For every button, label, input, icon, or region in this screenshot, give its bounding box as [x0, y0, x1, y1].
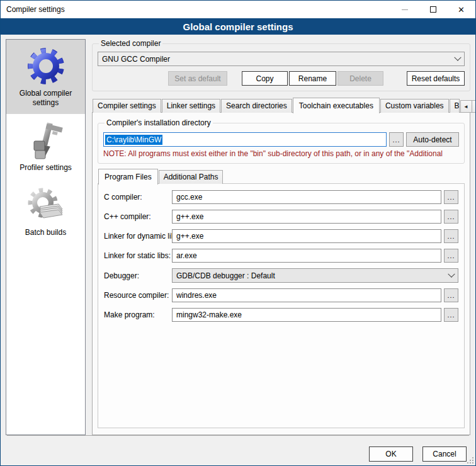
resource-compiler-label: Resource compiler:	[104, 291, 172, 300]
static-linker-row: Linker for static libs: ...	[104, 249, 458, 263]
window-controls: ✕	[390, 1, 475, 18]
make-program-label: Make program:	[104, 310, 172, 319]
cpp-compiler-row: C++ compiler: ...	[104, 210, 458, 224]
debugger-select[interactable]: GDB/CDB debugger : Default	[172, 268, 458, 283]
minimize-button[interactable]	[390, 1, 419, 18]
installation-directory-label: Compiler's installation directory	[105, 118, 213, 127]
tab-program-files[interactable]: Program Files	[98, 169, 158, 185]
cancel-button[interactable]: Cancel	[422, 446, 467, 462]
compiler-settings-dialog: Compiler settings ✕ Global compiler sett…	[0, 0, 476, 466]
set-as-default-button[interactable]: Set as default	[168, 71, 227, 86]
make-program-input[interactable]	[172, 308, 441, 322]
cpp-compiler-browse-button[interactable]: ...	[444, 210, 458, 224]
settings-tab-bar: Compiler settings Linker settings Search…	[92, 98, 470, 113]
tab-toolchain-executables[interactable]: Toolchain executables	[293, 98, 380, 113]
program-files-panel: C compiler: ... C++ compiler: ... Linker…	[98, 183, 465, 428]
tab-compiler-settings[interactable]: Compiler settings	[93, 99, 161, 113]
title-bar: Compiler settings ✕	[1, 1, 475, 18]
selected-compiler-label: Selected compiler	[99, 39, 162, 48]
installation-directory-input[interactable]: C:\raylib\MinGW	[103, 132, 387, 147]
cpp-compiler-label: C++ compiler:	[104, 212, 172, 221]
caliper-icon	[26, 120, 66, 161]
minimize-icon	[402, 9, 408, 10]
installation-directory-browse-button[interactable]: ...	[389, 132, 404, 147]
chevron-down-icon	[454, 54, 461, 60]
c-compiler-row: C compiler: ...	[104, 190, 458, 204]
sidebar-item-profiler-settings[interactable]: Profiler settings	[6, 114, 85, 179]
settings-category-list: Global compiler settings	[6, 39, 86, 435]
sidebar-item-batch-builds[interactable]: Batch builds	[6, 179, 85, 244]
maximize-button[interactable]	[419, 1, 447, 18]
dialog-banner: Global compiler settings	[1, 18, 475, 35]
maximize-icon	[430, 6, 436, 13]
sidebar-item-label: Global compiler settings	[8, 89, 84, 108]
tab-additional-paths[interactable]: Additional Paths	[159, 170, 224, 184]
dialog-footer: OK Cancel	[1, 435, 475, 465]
make-program-row: Make program: ...	[104, 308, 458, 322]
dynamic-linker-input[interactable]	[172, 229, 441, 243]
tab-custom-variables[interactable]: Custom variables	[380, 99, 449, 113]
blue-gear-icon	[26, 46, 66, 86]
resource-compiler-row: Resource compiler: ...	[104, 288, 458, 302]
c-compiler-input[interactable]	[172, 190, 441, 204]
tab-search-directories[interactable]: Search directories	[221, 99, 292, 113]
chevron-down-icon	[448, 270, 455, 277]
resource-compiler-input[interactable]	[172, 288, 441, 302]
sidebar-item-global-compiler-settings[interactable]: Global compiler settings	[6, 40, 85, 114]
gray-gear-stack-icon	[26, 185, 66, 225]
make-program-browse-button[interactable]: ...	[444, 308, 458, 322]
debugger-row: Debugger: GDB/CDB debugger : Default	[104, 268, 458, 283]
compiler-select[interactable]: GNU GCC Compiler	[98, 52, 465, 66]
tab-build-options-clipped[interactable]: Build	[450, 99, 460, 113]
installation-directory-value: C:\raylib\MinGW	[105, 135, 162, 145]
selected-compiler-group: Selected compiler GNU GCC Compiler Set a…	[92, 39, 470, 91]
c-compiler-label: C compiler:	[104, 193, 172, 202]
tab-scroll-right-button[interactable]: ►	[472, 100, 476, 113]
sidebar-item-label: Profiler settings	[8, 163, 84, 173]
banner-title: Global compiler settings	[183, 21, 293, 32]
static-linker-input[interactable]	[172, 249, 441, 263]
programs-tab-bar: Program Files Additional Paths	[98, 169, 465, 184]
sidebar-item-label: Batch builds	[8, 228, 84, 237]
window-title: Compiler settings	[1, 5, 65, 14]
compiler-select-value: GNU GCC Compiler	[102, 55, 455, 64]
cpp-compiler-input[interactable]	[172, 210, 441, 224]
delete-button[interactable]: Delete	[337, 71, 383, 86]
debugger-label: Debugger:	[104, 271, 172, 280]
auto-detect-button[interactable]: Auto-detect	[406, 132, 459, 147]
tab-scroll-left-button[interactable]: ◄	[460, 100, 472, 113]
close-icon: ✕	[458, 6, 465, 14]
reset-defaults-button[interactable]: Reset defaults	[407, 71, 465, 86]
static-linker-browse-button[interactable]: ...	[444, 249, 458, 263]
static-linker-label: Linker for static libs:	[104, 251, 172, 260]
resize-grip[interactable]	[467, 457, 474, 464]
dynamic-linker-browse-button[interactable]: ...	[444, 229, 458, 243]
close-button[interactable]: ✕	[447, 1, 475, 18]
arrow-left-icon: ◄	[463, 104, 468, 110]
dynamic-linker-row: Linker for dynamic libs: ...	[104, 229, 458, 243]
installation-note: NOTE: All programs must exist either in …	[103, 149, 459, 158]
dynamic-linker-label: Linker for dynamic libs:	[104, 232, 172, 241]
installation-directory-group: Compiler's installation directory C:\ray…	[98, 118, 465, 164]
debugger-select-value: GDB/CDB debugger : Default	[176, 271, 449, 280]
ok-button[interactable]: OK	[369, 446, 413, 462]
tab-linker-settings[interactable]: Linker settings	[162, 99, 220, 113]
copy-button[interactable]: Copy	[242, 71, 288, 86]
toolchain-executables-panel: Compiler's installation directory C:\ray…	[92, 112, 470, 435]
rename-button[interactable]: Rename	[289, 71, 336, 86]
c-compiler-browse-button[interactable]: ...	[444, 190, 458, 204]
resource-compiler-browse-button[interactable]: ...	[444, 288, 458, 302]
